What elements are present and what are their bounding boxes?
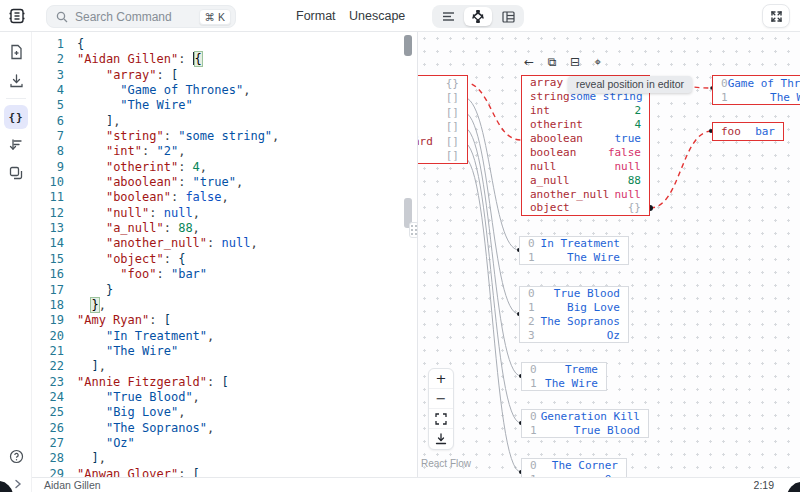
reveal-tooltip: reveal position in editor — [568, 76, 692, 93]
code-line: 25 "Big Love", — [32, 405, 417, 420]
foo-bar-node[interactable]: foobar — [712, 122, 784, 141]
code-line: 22 ], — [32, 359, 417, 374]
download-icon[interactable] — [4, 68, 28, 92]
format-button[interactable]: Format — [296, 0, 336, 32]
react-flow-attribution: React Flow — [421, 458, 471, 469]
code-line: 17 } — [32, 283, 417, 298]
app-logo-icon[interactable] — [8, 7, 26, 25]
fit-view-button[interactable] — [429, 409, 453, 429]
panel-resize-handle[interactable] — [409, 222, 418, 238]
array-node-anwan-glover[interactable]: 0Treme1The Wire — [521, 362, 607, 391]
code-line: 4 "Game of Thrones", — [32, 83, 417, 98]
text-view-tab[interactable] — [434, 7, 462, 26]
code-line: 16 "foo": "bar" — [32, 267, 417, 282]
code-line: 26 "The Sopranos", — [32, 421, 417, 436]
selected-node-path: Aidan Gillen — [44, 479, 101, 491]
code-line: 28 ], — [32, 451, 417, 466]
array-node-alexander-skarsgard[interactable]: 0Generation Kill1True Blood — [521, 409, 649, 438]
back-icon[interactable]: ← — [521, 54, 537, 69]
array-node-alice-farmer[interactable]: 0The Corner1Oz — [521, 458, 627, 477]
sidebar-divider — [6, 98, 26, 99]
zoom-out-button[interactable]: − — [429, 389, 453, 409]
flow-graph-canvas[interactable]: ← ⧉ ⊟ ⌖ reveal position in editor + − Re… — [418, 32, 800, 477]
code-line: 9 "otherint": 4, — [32, 160, 417, 175]
code-line: 18 }, — [32, 298, 417, 313]
search-icon — [56, 11, 68, 23]
search-placeholder: Search Command — [75, 10, 199, 24]
code-line: 3 "array": [ — [32, 68, 417, 83]
code-line: 11 "boolean": false, — [32, 190, 417, 205]
code-line: 1{ — [32, 37, 417, 52]
code-line: 8 "int": "2", — [32, 144, 417, 159]
code-line: 12 "null": null, — [32, 206, 417, 221]
code-line: 23"Annie Fitzgerald": [ — [32, 375, 417, 390]
sidebar-bottom — [0, 440, 32, 488]
code-line: 20 "In Treatment", — [32, 329, 417, 344]
array-node-aidan-array[interactable]: 0Game of Thrones1The Wire — [712, 75, 800, 105]
left-sidebar: {} — [0, 32, 32, 492]
zoom-in-button[interactable]: + — [429, 369, 453, 389]
editor-lines: 1{2"Aidan Gillen": {3 "array": [4 "Game … — [32, 32, 417, 477]
flow-view-tab[interactable] — [464, 7, 492, 26]
fullscreen-button[interactable] — [762, 4, 790, 28]
save-image-button[interactable] — [429, 429, 453, 449]
code-line: 6 ], — [32, 114, 417, 129]
text-cursor — [193, 52, 195, 65]
array-node-annie-fitzgerald[interactable]: 0True Blood1Big Love2The Sopranos3Oz — [519, 286, 629, 343]
code-line: 7 "string": "some string", — [32, 129, 417, 144]
json-braces-icon[interactable]: {} — [4, 105, 28, 129]
search-command-input[interactable]: Search Command ⌘ K — [46, 5, 236, 28]
root-object-node[interactable]: Aidan Gillen{}Amy Ryan[]Annie Fitzgerald… — [418, 75, 468, 164]
table-view-tab[interactable] — [494, 7, 522, 26]
status-bar: Aidan Gillen 2:19 — [32, 477, 800, 492]
search-shortcut-badge: ⌘ K — [199, 9, 231, 25]
code-line: 13 "a_null": 88, — [32, 221, 417, 236]
code-line: 19"Amy Ryan": [ — [32, 313, 417, 328]
clock-text: 2:19 — [754, 479, 774, 491]
duplicate-icon[interactable] — [4, 161, 28, 185]
copy-icon[interactable]: ⧉ — [544, 54, 560, 69]
aidan-gillen-object-node[interactable]: array[]stringsome stringint2otherint4abo… — [521, 75, 650, 216]
transform-icon[interactable] — [4, 133, 28, 157]
top-bar: Search Command ⌘ K Format Unescape — [0, 0, 800, 32]
view-mode-switcher — [432, 5, 524, 28]
code-line: 29"Anwan Glover": [ — [32, 467, 417, 477]
array-node-amy-ryan[interactable]: 0In Treatment1The Wire — [519, 236, 629, 265]
code-line: 24 "True Blood", — [32, 390, 417, 405]
json-code-editor[interactable]: 1{2"Aidan Gillen": {3 "array": [4 "Game … — [32, 32, 418, 477]
code-line: 27 "Oz" — [32, 436, 417, 451]
code-line: 15 "object": { — [32, 252, 417, 267]
node-toolbar: ← ⧉ ⊟ ⌖ — [521, 54, 606, 69]
help-icon[interactable] — [4, 444, 28, 468]
new-file-icon[interactable] — [4, 40, 28, 64]
code-line: 14 "another_null": null, — [32, 236, 417, 251]
code-line: 2"Aidan Gillen": { — [32, 52, 417, 67]
collapse-node-icon[interactable]: ⊟ — [567, 54, 583, 69]
unescape-button[interactable]: Unescape — [349, 0, 405, 32]
editor-scrollbar-thumb[interactable] — [404, 35, 412, 56]
code-line: 5 "The Wire" — [32, 98, 417, 113]
flow-controls: + − — [428, 368, 454, 450]
code-line: 10 "aboolean": "true", — [32, 175, 417, 190]
app-window: Search Command ⌘ K Format Unescape — [0, 0, 800, 492]
code-line: 21 "The Wire" — [32, 344, 417, 359]
focus-node-icon[interactable]: ⌖ — [590, 54, 606, 69]
